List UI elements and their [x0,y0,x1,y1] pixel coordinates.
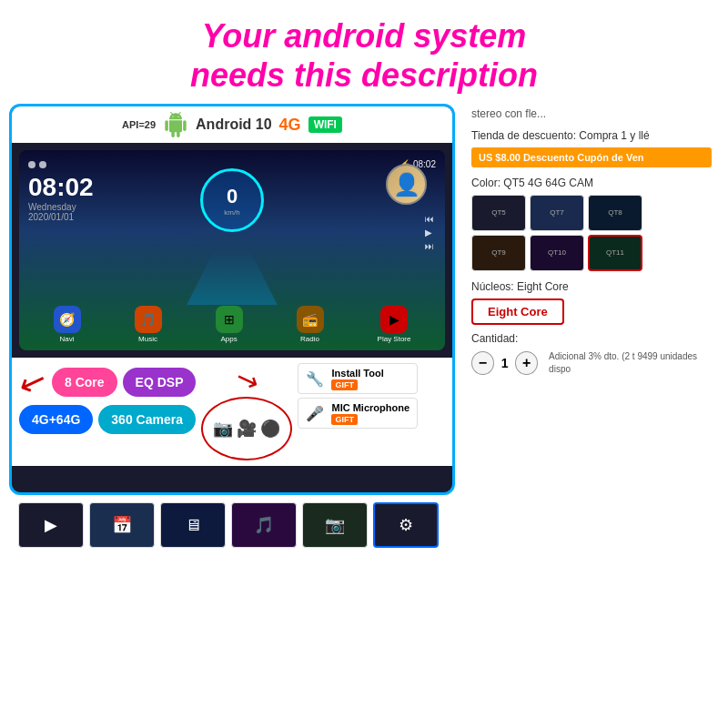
tool-icon: 🔧 [306,370,324,388]
screen-status-icons [28,161,46,168]
quantity-minus-button[interactable]: − [471,351,494,375]
thumbnail-strip: ▶ 📅 🖥 🎵 📷 ⚙ [9,495,455,555]
api-badge: API=29 [122,119,156,130]
features-accessories-row: ↙ 8 Core EQ DSP 4G+64G 360 Camera ↘ [12,358,452,466]
app-icon-playstore[interactable]: ▶ Play Store [378,306,411,343]
speed-unit: km/h [224,208,239,217]
nucleos-badge[interactable]: Eight Core [471,298,564,325]
install-tool-label: Install Tool [331,368,383,379]
qty-info-text: Adicional 3% dto. (2 t 9499 unidades dis… [549,351,697,374]
thumb-5[interactable]: 📷 [302,502,368,548]
app-icon-apps[interactable]: ⊞ Apps [216,306,243,343]
camera-circle: 📷 🎥 ⚫ [201,397,292,460]
quantity-section: Cantidad: − 1 + Adicional 3% dto. (2 t 9… [471,332,712,376]
color-option-1[interactable]: QT5 [471,195,526,231]
badges-row1: ↙ 8 Core EQ DSP [19,363,196,401]
playstore-label: Play Store [378,335,411,343]
gift-boxes: 🔧 Install Tool GIFT 🎤 MIC Microphone GIF… [298,363,418,429]
road-visualization [187,250,278,305]
app-icon-navi[interactable]: 🧭 Navi [54,306,81,343]
music-label: Music [138,335,157,343]
quantity-info: Adicional 3% dto. (2 t 9499 unidades dis… [549,350,712,376]
badge-memory: 4G+64G [19,405,93,434]
radio-label: Radio [300,335,319,343]
cam-icon-3: ⚫ [260,419,280,439]
speed-value: 0 [227,185,238,208]
color-label: Color: QT5 4G 64G CAM [471,177,712,189]
install-tool-gift: 🔧 Install Tool GIFT [298,363,418,394]
color-option-5[interactable]: QT10 [530,235,584,271]
nucleos-label: Núcleos: Eight Core [471,280,712,293]
play-icon[interactable]: ▶ [425,228,434,238]
wifi-badge: WIFI [308,116,342,133]
quantity-value: 1 [501,356,509,370]
prev-icon[interactable]: ⏮ [425,214,434,224]
next-icon[interactable]: ⏭ [425,241,434,251]
thumb-1[interactable]: ▶ [18,502,84,548]
color-option-4[interactable]: QT9 [471,235,526,271]
header-line1: Your android system [202,17,527,55]
apps-label: Apps [220,335,237,343]
mic-label: MIC Microphone [331,402,410,413]
right-panel: stereo con fle... Tienda de descuento: C… [464,104,719,555]
mic-gift: 🎤 MIC Microphone GIFT [298,398,418,429]
mic-gift-badge: GIFT [331,414,358,425]
color-option-6[interactable]: QT11 [588,235,642,271]
color-option-3[interactable]: QT8 [588,195,642,231]
product-title: stereo con fle... [471,107,712,122]
coupon-banner[interactable]: US $8.00 Descuento Cupón de Ven [471,147,712,167]
music-icon: 🎵 [135,306,162,333]
badge-camera: 360 Camera [98,405,196,434]
mic-icon: 🎤 [306,405,324,422]
mic-info: MIC Microphone GIFT [331,402,410,424]
install-gift-badge: GIFT [331,379,358,390]
quantity-plus-button[interactable]: + [515,351,538,375]
cam-icon-1: 📷 [213,419,233,439]
app-icon-music[interactable]: 🎵 Music [135,306,162,343]
four-g-badge: 4G [279,116,301,135]
music-controls: ⏮ ▶ ⏭ [425,214,434,251]
avatar-face: 👤 [388,166,425,203]
navi-label: Navi [59,335,74,343]
camera-section: ↘ 📷 🎥 ⚫ [201,363,292,460]
product-image: API=29 Android 10 4G WIFI [9,104,455,495]
header-line2: needs this description [190,56,538,94]
color-section: Color: QT5 4G 64G CAM QT5 QT7 QT8 QT9 QT… [471,177,712,271]
main-content: API=29 Android 10 4G WIFI [0,104,728,555]
install-tool-info: Install Tool GIFT [331,368,383,389]
app-icons-row: 🧭 Navi 🎵 Music ⊞ Apps 📻 [26,306,438,343]
quantity-control: − 1 + Adicional 3% dto. (2 t 9499 unidad… [471,350,712,376]
android-version: Android 10 [196,116,272,133]
header: Your android system needs this descripti… [0,0,728,104]
color-option-2[interactable]: QT7 [530,195,584,231]
badges-row2: 4G+64G 360 Camera [19,405,196,434]
page-container: Your android system needs this descripti… [0,0,728,555]
status-dot-2 [39,161,46,168]
arrow-right-icon: ↘ [231,360,263,398]
speedometer: 0 km/h [200,168,264,232]
product-panel: API=29 Android 10 4G WIFI [9,104,455,555]
nucleos-section: Núcleos: Eight Core Eight Core [471,280,712,325]
color-grid: QT5 QT7 QT8 QT9 QT10 QT11 [471,195,712,271]
header-title: Your android system needs this descripti… [18,16,710,95]
thumb-6[interactable]: ⚙ [373,502,439,548]
cam-icon-2: 🎥 [237,419,257,439]
app-icon-radio[interactable]: 📻 Radio [297,306,324,343]
speed-circle: 0 km/h [200,168,264,232]
arrow-left-icon: ↙ [14,360,53,406]
badge-cores: 8 Core [52,368,117,397]
navi-icon: 🧭 [54,306,81,333]
thumb-4[interactable]: 🎵 [231,502,297,548]
android-bar: API=29 Android 10 4G WIFI [12,106,452,143]
apps-icon: ⊞ [216,306,243,333]
android-icon [163,112,188,137]
feature-badges: ↙ 8 Core EQ DSP 4G+64G 360 Camera [19,363,196,434]
discount-store: Tienda de descuento: Compra 1 y llé [471,129,712,142]
thumb-3[interactable]: 🖥 [160,502,226,548]
thumb-2[interactable]: 📅 [89,502,155,548]
screen-area: ⚡ 08:02 08:02 Wednesday 2020/01/01 0 km/… [19,150,445,350]
status-dot-1 [28,161,35,168]
radio-icon: 📻 [297,306,324,333]
coupon-text: US $8.00 Descuento Cupón de Ven [479,152,644,163]
badge-eq: EQ DSP [123,368,197,397]
